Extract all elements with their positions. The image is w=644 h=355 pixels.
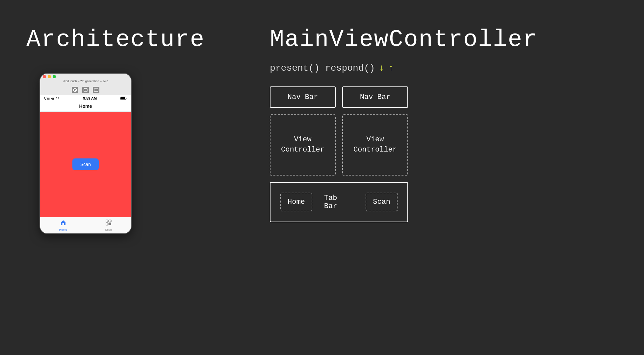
architecture-title: Architecture (26, 26, 205, 53)
svg-rect-12 (109, 223, 110, 224)
iphone-nav-bar: Home (40, 102, 131, 112)
svg-rect-15 (110, 224, 111, 225)
diagram-container: Nav Bar Nav Bar ViewController ViewContr… (270, 86, 408, 222)
main-container: Architecture iPod touch – 7th generation… (0, 0, 644, 355)
wifi-icon (56, 96, 60, 100)
device-name: iPod touch – 7th generation – 14.0 (63, 80, 108, 83)
nav-bar-label-1: Nav Bar (288, 93, 318, 101)
nav-bars-row: Nav Bar Nav Bar (270, 86, 408, 108)
tab-home[interactable]: Home (59, 219, 67, 231)
toolbar-icon-2[interactable] (82, 87, 89, 93)
toolbar-icon-3[interactable] (93, 87, 99, 93)
left-section: Architecture iPod touch – 7th generation… (26, 13, 250, 342)
svg-rect-4 (121, 97, 125, 100)
iphone-mockup: iPod touch – 7th generation – 14.0 (39, 73, 132, 234)
nav-bar-box-1: Nav Bar (270, 86, 336, 108)
methods-text: present() respond() (270, 63, 375, 73)
tab-scan-box-label: Scan (373, 198, 390, 206)
time-display: 9:59 AM (83, 96, 97, 100)
home-icon (60, 219, 66, 227)
vc-label-1: ViewController (281, 135, 324, 154)
toolbar-icon-1[interactable] (72, 87, 78, 93)
view-controllers-row: ViewController ViewController (270, 114, 408, 176)
iphone-nav-title: Home (79, 104, 92, 109)
mvc-title: MainViewController (270, 26, 538, 53)
iphone-tab-bar: Home (40, 217, 131, 233)
tab-bar-center-label: Tab Bar (318, 189, 360, 215)
carrier-label: Carrier (44, 97, 54, 100)
tab-home-label: Home (59, 228, 67, 231)
nav-bar-box-2: Nav Bar (342, 86, 408, 108)
arrow-down-icon: ↓ (379, 63, 384, 73)
vc-box-1: ViewController (270, 114, 336, 176)
svg-rect-11 (107, 224, 108, 225)
nav-bar-label-2: Nav Bar (360, 93, 390, 101)
vc-label-2: ViewController (353, 135, 397, 154)
iphone-content-area: Scan (40, 112, 131, 217)
tab-scan-label: Scan (105, 228, 112, 231)
traffic-light-yellow[interactable] (48, 75, 51, 78)
iphone-title-bar: iPod touch – 7th generation – 14.0 (40, 74, 131, 85)
scan-button[interactable]: Scan (72, 158, 99, 170)
svg-rect-13 (110, 223, 111, 224)
tab-home-box-label: Home (288, 198, 305, 206)
tab-scan[interactable]: Scan (105, 219, 112, 231)
status-carrier: Carrier (44, 96, 60, 100)
battery-icon (120, 97, 127, 100)
traffic-lights (43, 75, 56, 78)
arrow-up-icon: ↑ (388, 63, 394, 73)
iphone-toolbar (40, 85, 131, 95)
svg-rect-7 (107, 221, 108, 222)
right-section: MainViewController present() respond() ↓… (250, 13, 618, 342)
vc-box-2: ViewController (342, 114, 408, 176)
svg-rect-14 (109, 224, 110, 225)
traffic-light-red[interactable] (43, 75, 46, 78)
tab-bar-diagram: Home Tab Bar Scan (270, 182, 408, 222)
tab-home-box: Home (280, 193, 312, 211)
svg-rect-9 (110, 221, 111, 222)
mvc-methods: present() respond() ↓ ↑ (270, 63, 394, 73)
iphone-status-bar: Carrier 9:59 AM (40, 95, 131, 102)
scan-icon (105, 219, 112, 227)
svg-rect-5 (62, 223, 64, 225)
tab-scan-box: Scan (366, 193, 398, 211)
traffic-light-green[interactable] (53, 75, 56, 78)
svg-rect-2 (94, 89, 98, 91)
